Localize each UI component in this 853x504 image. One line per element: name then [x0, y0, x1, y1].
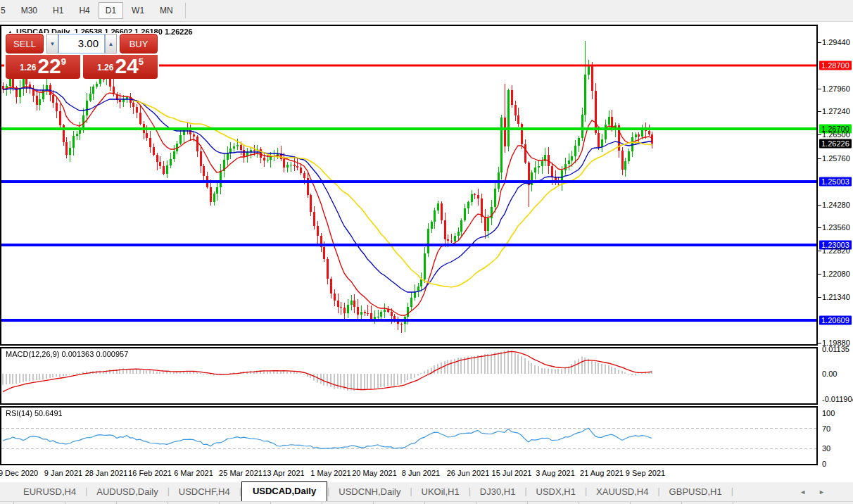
volume-increase-button[interactable]: ▲ — [105, 34, 117, 53]
date-axis-label: 28 Jan 2021 — [85, 469, 128, 477]
chart-tab-bar: EURUSD,H4|AUDUSD,Daily|USDCHF,H4|USDCAD,… — [0, 481, 853, 501]
rsi-axis-label: 30 — [822, 444, 830, 453]
sell-price-base: 1.26 — [20, 63, 36, 73]
macd-axis-label: 0.00 — [822, 370, 837, 379]
price-axis-label: 1.22820 — [822, 246, 850, 256]
timeframe-button-w1[interactable]: W1 — [125, 2, 151, 19]
date-axis-label: 21 Aug 2021 — [580, 469, 624, 477]
chart-tab-xauusd[interactable]: XAUUSD,H4 — [587, 483, 657, 501]
price-axis-tick — [818, 297, 821, 298]
timeframe-button-m30[interactable]: M30 — [14, 2, 44, 19]
chart-tab-ukoil[interactable]: UKOil,H1 — [412, 483, 469, 501]
macd-axis-label: 0.01135 — [822, 345, 849, 354]
price-axis-label-red: 1.28700 — [819, 61, 852, 70]
tabs-scroll-left-icon[interactable]: ◄ — [800, 489, 819, 496]
price-axis-label: 1.29440 — [822, 38, 850, 47]
sell-price-point: 9 — [61, 56, 66, 67]
trading-terminal-window: 5M30H1H4D1W1MN ▲USDCAD,Daily 1.26538 1.2… — [0, 0, 853, 504]
volume-input[interactable]: 3.00 — [58, 34, 105, 53]
volume-decrease-button[interactable]: ▼ — [46, 34, 58, 53]
price-axis-tick — [818, 42, 821, 43]
rsi-label: RSI(14) 50.6491 — [6, 409, 63, 417]
date-axis-label: 6 Mar 2021 — [174, 469, 213, 477]
date-axis-label: 9 Sep 2021 — [626, 469, 665, 477]
date-axis-label: 3 Aug 2021 — [536, 469, 575, 477]
price-axis-tick — [818, 251, 821, 251]
chart-tab-usdchf[interactable]: USDCHF,H4 — [170, 483, 239, 501]
price-axis-label: 1.24280 — [822, 201, 850, 210]
price-axis-label-blue: 1.25003 — [819, 177, 852, 187]
price-axis-label-blue: 1.20609 — [819, 316, 852, 325]
timeframe-toolbar: 5M30H1H4D1W1MN — [0, 0, 853, 22]
buy-price-pips: 24 — [115, 56, 138, 77]
one-click-trade-panel: SELL ▼ 3.00 ▲ BUY 1.26 22 9 1.26 24 5 — [4, 33, 159, 79]
date-axis-label: 16 Feb 2021 — [128, 469, 172, 477]
timeframe-button-5[interactable]: 5 — [0, 2, 13, 19]
price-axis-tick — [818, 205, 821, 206]
price-axis-label: 1.25760 — [822, 154, 850, 163]
toolbar-separator — [185, 3, 186, 18]
rsi-canvas[interactable] — [1, 408, 816, 464]
sell-button[interactable]: SELL — [6, 34, 44, 53]
date-axis-label: 9 Jan 2021 — [44, 469, 82, 477]
rsi-axis-label: 100 — [822, 409, 835, 418]
date-axis-label: 15 Jul 2021 — [492, 469, 532, 477]
price-axis-tick — [818, 89, 821, 89]
price-axis-tick — [818, 227, 821, 228]
date-axis-label: 8 Jun 2021 — [402, 469, 440, 477]
rsi-indicator-panel — [0, 406, 818, 465]
chart-tab-gbpusd[interactable]: GBPUSD,H1 — [660, 483, 731, 501]
date-axis-label: 1 May 2021 — [310, 469, 350, 477]
price-axis-label: 1.27240 — [822, 107, 850, 116]
status-bar — [0, 501, 853, 504]
tabs-scroll-right-icon[interactable]: ► — [819, 489, 838, 496]
price-axis-label-black: 1.26226 — [819, 139, 852, 149]
chart-tab-audusd[interactable]: AUDUSD,Daily — [87, 483, 167, 501]
price-axis-label: 1.26500 — [822, 130, 850, 139]
buy-price-point: 5 — [139, 56, 144, 67]
timeframe-button-d1[interactable]: D1 — [99, 2, 123, 19]
date-axis-label: 25 Mar 2021 — [219, 469, 263, 477]
timeframe-button-h1[interactable]: H1 — [46, 2, 70, 19]
macd-axis-label: -0.011904 — [822, 395, 853, 404]
chevron-up-icon: ▲ — [108, 41, 114, 47]
chart-tab-usdx[interactable]: USDX,H1 — [527, 483, 585, 501]
price-axis-tick — [818, 158, 821, 159]
buy-price-display[interactable]: 1.26 24 5 — [83, 55, 158, 79]
price-axis-label: 1.27960 — [822, 84, 850, 94]
price-axis-tick — [818, 343, 821, 344]
chart-tab-usdcnh[interactable]: USDCNH,Daily — [329, 483, 410, 501]
rsi-axis-label: 70 — [822, 424, 830, 433]
buy-price-base: 1.26 — [97, 63, 113, 73]
rsi-axis-label: 0 — [822, 460, 826, 469]
timeframe-button-h4[interactable]: H4 — [72, 2, 96, 19]
sell-price-display[interactable]: 1.26 22 9 — [6, 55, 80, 79]
date-axis-label: 20 May 2021 — [352, 469, 397, 477]
price-axis-tick — [818, 134, 821, 135]
chart-tab-eurusd[interactable]: EURUSD,H4 — [14, 483, 85, 501]
price-axis-label: 1.23560 — [822, 223, 850, 232]
sell-price-pips: 22 — [37, 56, 61, 77]
macd-label: MACD(12,26,9) 0.001363 0.000957 — [6, 350, 128, 358]
chart-tab-dj30[interactable]: DJ30,H1 — [471, 483, 525, 501]
chevron-down-icon: ▼ — [50, 41, 56, 47]
buy-button[interactable]: BUY — [120, 34, 158, 53]
date-axis-label: 19 Dec 2020 — [0, 469, 38, 477]
tab-separator: | — [731, 486, 733, 501]
price-axis-tick — [818, 274, 821, 275]
date-axis-label: 13 Apr 2021 — [263, 469, 304, 477]
price-axis-label: 1.21340 — [822, 293, 850, 302]
price-axis-tick — [818, 111, 821, 112]
date-axis-label: 26 Jun 2021 — [447, 469, 490, 477]
chart-tab-usdcad[interactable]: USDCAD,Daily — [241, 481, 327, 501]
timeframe-button-mn[interactable]: MN — [153, 2, 180, 19]
price-axis-label: 1.22080 — [822, 270, 850, 279]
